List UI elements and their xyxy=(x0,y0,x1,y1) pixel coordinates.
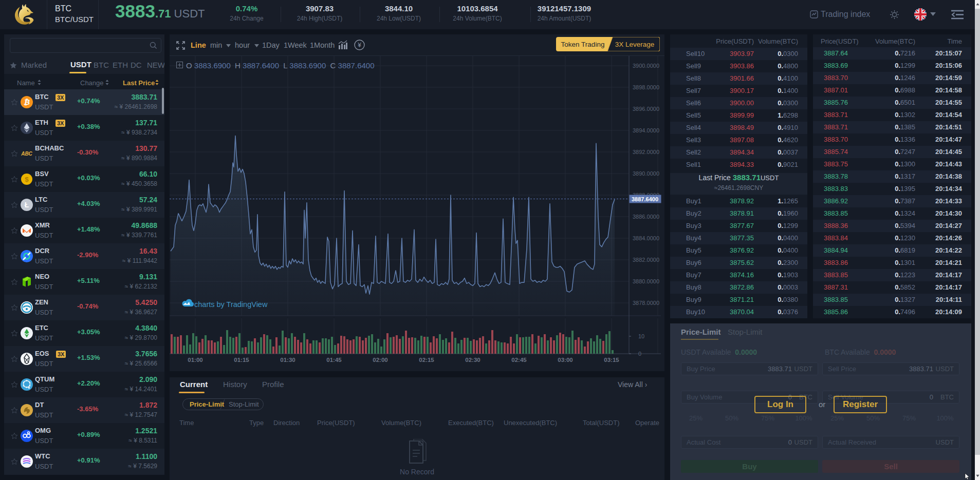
svg-text:3896.0000: 3896.0000 xyxy=(633,106,659,112)
svg-text:ABC: ABC xyxy=(21,151,32,157)
svg-text:3898.0000: 3898.0000 xyxy=(633,84,659,90)
svg-text:03:15: 03:15 xyxy=(604,357,619,363)
svg-text:₿: ₿ xyxy=(24,98,30,106)
svg-text:Stop-Limit: Stop-Limit xyxy=(229,400,259,408)
svg-text:$: $ xyxy=(25,176,29,183)
svg-text:02:45: 02:45 xyxy=(511,357,527,363)
svg-text:10: 10 xyxy=(638,333,644,339)
svg-text:01:00: 01:00 xyxy=(188,357,202,363)
svg-text:Price-Limit: Price-Limit xyxy=(190,400,225,408)
svg-text:3886.0000: 3886.0000 xyxy=(633,214,659,220)
svg-text:3900.0000: 3900.0000 xyxy=(633,63,659,69)
svg-text:Token Trading: Token Trading xyxy=(561,41,605,48)
svg-text:01:45: 01:45 xyxy=(326,357,342,363)
svg-text:Ł: Ł xyxy=(25,201,29,209)
svg-text:02:30: 02:30 xyxy=(465,357,480,363)
svg-text:charts by TradingView: charts by TradingView xyxy=(194,300,268,309)
svg-text:3878.0000: 3878.0000 xyxy=(633,300,659,306)
svg-text:01:30: 01:30 xyxy=(280,357,295,363)
svg-text:3884.0000: 3884.0000 xyxy=(633,235,659,241)
svg-text:3894.0000: 3894.0000 xyxy=(633,127,659,133)
svg-text:3880.0000: 3880.0000 xyxy=(633,278,659,284)
svg-text:3887.6400: 3887.6400 xyxy=(632,196,658,202)
svg-text:3892.0000: 3892.0000 xyxy=(633,149,659,155)
svg-text:03:00: 03:00 xyxy=(558,357,572,363)
svg-text:02:15: 02:15 xyxy=(419,357,434,363)
svg-text:3882.0000: 3882.0000 xyxy=(633,257,659,263)
svg-text:0: 0 xyxy=(638,351,641,357)
svg-text:01:15: 01:15 xyxy=(234,357,249,363)
svg-text:¥: ¥ xyxy=(357,42,361,49)
svg-text:02:00: 02:00 xyxy=(373,357,387,363)
svg-text:3890.0000: 3890.0000 xyxy=(633,170,659,177)
svg-text:3X Leverage: 3X Leverage xyxy=(615,41,655,48)
